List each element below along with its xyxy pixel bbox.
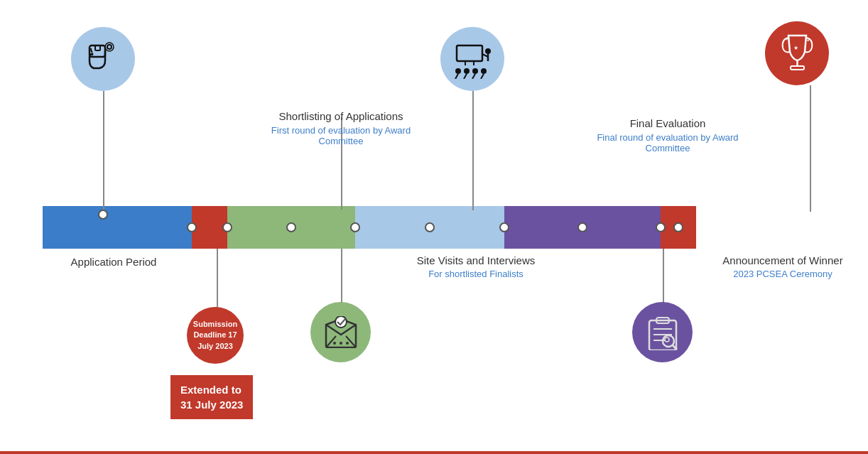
vline-shortlisting-down	[341, 249, 342, 306]
svg-point-23	[333, 342, 336, 345]
svg-point-12	[485, 48, 491, 54]
shortlisting-segment	[227, 206, 355, 249]
shortlisting-email-icon	[310, 302, 371, 362]
finaleval-segment	[504, 206, 661, 249]
vline-submission	[217, 249, 218, 309]
svg-line-21	[346, 336, 356, 347]
gap-segment-1	[192, 206, 227, 249]
label-shortlisting: Shortlisting of Applications First round…	[270, 110, 412, 146]
application-icon	[71, 27, 135, 91]
svg-rect-16	[791, 66, 804, 70]
svg-text:✦: ✦	[785, 37, 788, 41]
svg-point-11	[481, 68, 487, 74]
timeline-container: ★ ✦ ✦	[0, 0, 868, 454]
label-application-period: Application Period	[43, 256, 185, 268]
svg-point-3	[105, 43, 114, 51]
final-eval-icon	[632, 302, 693, 362]
evaluation-icon	[440, 27, 504, 91]
timeline-track	[43, 206, 825, 249]
dot-application	[98, 210, 108, 220]
vline-application	[103, 91, 104, 210]
gap-segment-2	[661, 206, 696, 249]
vline-finaleval	[663, 249, 664, 306]
svg-point-33	[665, 337, 669, 342]
svg-point-10	[472, 68, 478, 74]
label-finaleval: Final Evaluation Final round of evaluati…	[597, 117, 739, 153]
winner-icon: ★ ✦ ✦	[765, 21, 829, 85]
vline-sitevisits	[472, 91, 474, 210]
svg-point-24	[340, 342, 342, 345]
svg-rect-4	[457, 45, 482, 61]
svg-point-2	[107, 45, 112, 49]
vline-winner	[810, 85, 811, 212]
svg-line-20	[326, 336, 336, 347]
svg-point-22	[335, 316, 347, 328]
svg-text:✦: ✦	[806, 38, 810, 43]
submission-deadline-icon: Submission Deadline 17 July 2023	[187, 307, 244, 364]
sitevisits-segment	[355, 206, 504, 249]
label-announcement: Announcement of Winner 2023 PCSEA Ceremo…	[719, 254, 847, 279]
svg-point-25	[346, 342, 349, 345]
application-segment	[43, 206, 192, 249]
extended-deadline-box: Extended to 31 July 2023	[170, 375, 253, 419]
svg-text:★: ★	[793, 45, 798, 51]
svg-point-8	[455, 68, 461, 74]
label-sitevisits: Site Visits and Interviews For shortlist…	[398, 254, 554, 279]
bottom-accent-line	[0, 451, 868, 454]
svg-point-9	[464, 68, 470, 74]
